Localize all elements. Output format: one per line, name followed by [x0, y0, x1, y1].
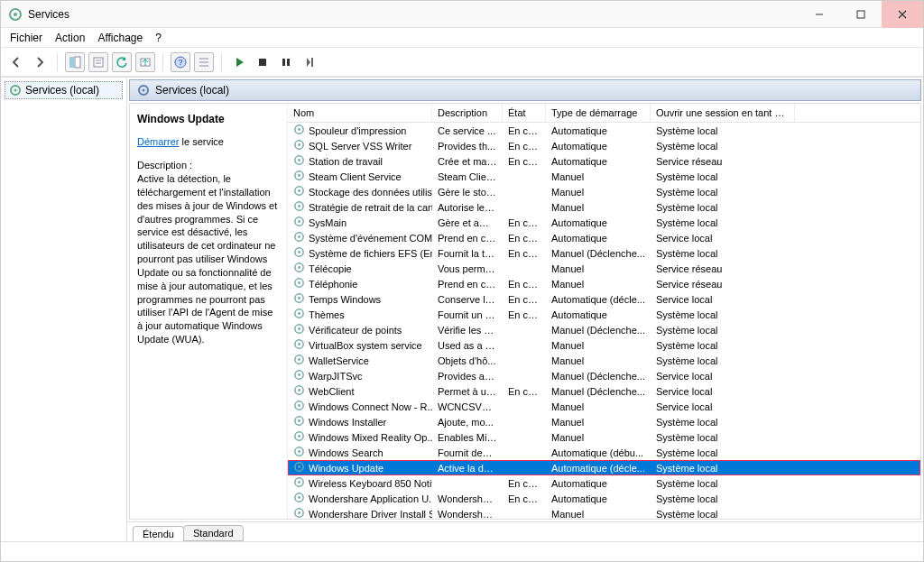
header-description[interactable]: Description [432, 104, 503, 122]
service-name-cell: Wondershare Application U... [309, 493, 432, 504]
service-etat-cell: En co... [503, 294, 546, 305]
properties-button[interactable] [88, 52, 108, 72]
header-type[interactable]: Type de démarrage [546, 104, 651, 122]
stop-service-button[interactable] [253, 52, 273, 72]
table-row[interactable]: Station de travailCrée et mai...En co...… [288, 153, 920, 169]
service-type-cell: Manuel (Déclenche... [546, 325, 651, 336]
table-row[interactable]: Windows Mixed Reality Op...Enables Mix..… [288, 429, 920, 445]
forward-button[interactable] [30, 52, 50, 72]
minimize-button[interactable] [799, 1, 840, 28]
header-logon[interactable]: Ouvrir une session en tant que [651, 104, 795, 122]
svg-point-22 [14, 89, 17, 92]
table-row[interactable]: Windows UpdateActive la dé...Automatique… [288, 460, 920, 475]
svg-point-24 [143, 89, 145, 92]
service-logon-cell: Système local [651, 447, 795, 458]
svg-point-46 [298, 281, 300, 284]
toolbar: ? [1, 48, 923, 77]
table-row[interactable]: Système d'événement COM+Prend en ch...En… [288, 230, 920, 245]
table-row[interactable]: VirtualBox system serviceUsed as a C...M… [288, 337, 920, 353]
service-type-cell: Manuel [546, 340, 651, 351]
menu-file[interactable]: Fichier [10, 32, 42, 44]
header-etat[interactable]: État [503, 104, 546, 122]
table-row[interactable]: TéléphoniePrend en ch...En co...ManuelSe… [288, 276, 920, 291]
header-nom[interactable]: Nom [288, 104, 432, 122]
refresh-button[interactable] [112, 52, 132, 72]
table-row[interactable]: WebClientPermet à un...En co...Manuel (D… [288, 383, 920, 399]
table-row[interactable]: Windows SearchFournit des ...Automatique… [288, 445, 920, 460]
table-row[interactable]: Wireless Keyboard 850 Notif...En co...Au… [288, 475, 920, 491]
service-type-cell: Manuel [546, 263, 651, 274]
service-name-cell: Thèmes [309, 309, 345, 320]
table-row[interactable]: Vérificateur de pointsVérifie les e...Ma… [288, 322, 920, 337]
start-service-button[interactable] [229, 52, 249, 72]
table-row[interactable]: Stockage des données utilis...Gère le st… [288, 184, 920, 199]
service-type-cell: Manuel (Déclenche... [546, 248, 651, 259]
table-row[interactable]: WalletServiceObjets d'hô...ManuelSystème… [288, 353, 920, 368]
service-name-cell: SysMain [309, 217, 346, 228]
service-desc-cell: Fournit un s... [432, 309, 503, 320]
table-row[interactable]: Temps WindowsConserve la ...En co...Auto… [288, 291, 920, 307]
service-etat-cell: En co... [503, 248, 546, 259]
service-type-cell: Automatique [546, 478, 651, 489]
svg-point-74 [298, 496, 300, 499]
gear-icon [293, 338, 305, 352]
gear-icon [293, 154, 305, 168]
close-button[interactable] [882, 1, 923, 28]
table-row[interactable]: Spouleur d'impressionCe service ...En co… [288, 123, 920, 138]
service-type-cell: Automatique (débu... [546, 447, 651, 458]
svg-point-62 [298, 404, 300, 407]
tab-extended[interactable]: Étendu [133, 526, 184, 541]
pause-service-button[interactable] [276, 52, 296, 72]
service-desc-cell: Objets d'hô... [432, 355, 503, 366]
service-list[interactable]: Nom Description État Type de démarrage O… [288, 104, 920, 519]
table-row[interactable]: Système de fichiers EFS (En...Fournit la… [288, 245, 920, 261]
service-etat-cell: En co... [503, 156, 546, 167]
menu-action[interactable]: Action [55, 32, 85, 44]
table-row[interactable]: Windows InstallerAjoute, mo...ManuelSyst… [288, 414, 920, 429]
service-name-cell: Temps Windows [309, 294, 381, 305]
gear-icon [293, 507, 305, 519]
gear-icon [293, 461, 305, 474]
table-row[interactable]: ThèmesFournit un s...En co...Automatique… [288, 307, 920, 322]
nav-services-local[interactable]: Services (local) [5, 81, 123, 99]
service-desc-cell: Used as a C... [432, 340, 503, 351]
service-desc-cell: Permet à un... [432, 386, 503, 397]
service-logon-cell: Service réseau [651, 156, 795, 167]
service-logon-cell: Système local [651, 202, 795, 213]
service-logon-cell: Système local [651, 478, 795, 489]
table-row[interactable]: Stratégie de retrait de la cart...Autori… [288, 199, 920, 215]
service-name-cell: Windows Installer [309, 417, 386, 428]
service-type-cell: Manuel [546, 171, 651, 182]
service-desc-cell: Enables Mix... [432, 432, 503, 443]
tab-standard[interactable]: Standard [183, 525, 244, 541]
start-service-link[interactable]: Démarrer [137, 136, 179, 147]
service-logon-cell: Service local [651, 233, 795, 244]
table-row[interactable]: Wondershare Application U...Wondershar..… [288, 491, 920, 506]
maximize-button[interactable] [840, 1, 882, 28]
table-row[interactable]: SysMainGère et amé...En co...Automatique… [288, 215, 920, 230]
service-name-cell: Système d'événement COM+ [309, 233, 432, 244]
gear-icon [293, 292, 305, 306]
menu-help[interactable]: ? [155, 32, 162, 44]
table-row[interactable]: Windows Connect Now - R...WCNCSVC ...Man… [288, 399, 920, 414]
service-logon-cell: Système local [651, 248, 795, 259]
svg-point-42 [298, 251, 300, 253]
show-hide-tree-button[interactable] [65, 52, 85, 72]
svg-point-36 [298, 205, 300, 207]
restart-service-button[interactable] [300, 52, 319, 72]
table-row[interactable]: TélécopieVous perme...ManuelService rése… [288, 261, 920, 276]
export-button[interactable] [135, 52, 155, 72]
menu-view[interactable]: Affichage [97, 32, 143, 44]
help-button[interactable]: ? [171, 52, 190, 72]
service-name-cell: Stratégie de retrait de la cart... [309, 202, 432, 213]
nav-label: Services (local) [25, 84, 99, 97]
table-row[interactable]: Wondershare Driver Install S...Wondersha… [288, 506, 920, 519]
list-button[interactable] [194, 52, 214, 72]
service-name-cell: WalletService [309, 355, 369, 366]
gear-icon [293, 354, 305, 367]
table-row[interactable]: SQL Server VSS WriterProvides th...En co… [288, 138, 920, 153]
table-row[interactable]: WarpJITSvcProvides a JI...Manuel (Déclen… [288, 368, 920, 383]
table-row[interactable]: Steam Client ServiceSteam Clien...Manuel… [288, 169, 920, 184]
back-button[interactable] [6, 52, 26, 72]
svg-point-60 [298, 389, 300, 392]
